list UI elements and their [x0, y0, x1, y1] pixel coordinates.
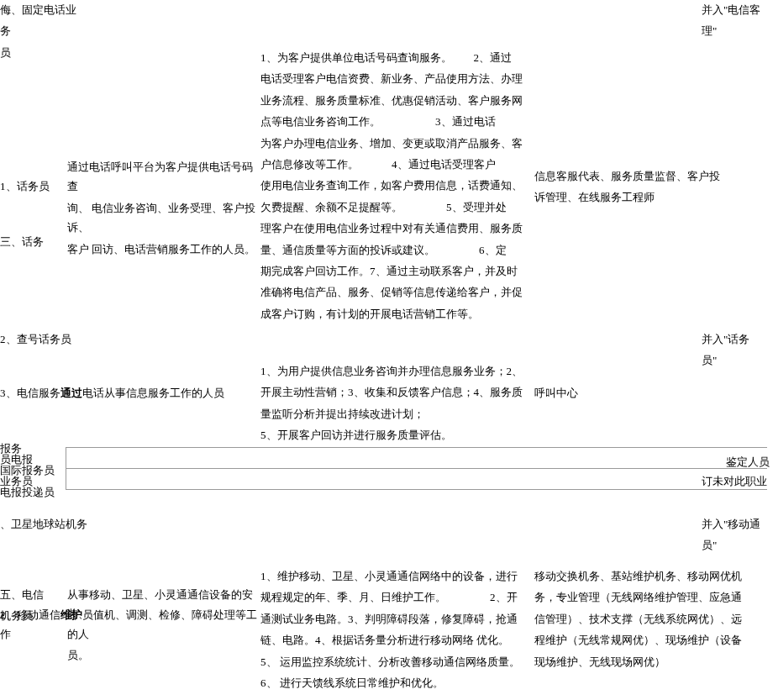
row3-left-line: 3、电信服务通过电话从事信息服务工作的人员 — [0, 383, 260, 403]
row6-right-2: 务，专业管理（无线网络维护管理、应急通 — [534, 587, 757, 607]
hr-line-3 — [66, 489, 767, 490]
row6-sub-3: 的人 — [67, 624, 118, 644]
row1-right-1: 信息客服代表、服务质量监督、客户投 — [534, 166, 723, 186]
row1-duties-7: 使用电信业务查询工作，如客户费用信息，话费通知、 — [260, 176, 529, 195]
row1-duties-11: 期完成客户回访工作。7、通过主动联系客户，并及时 — [260, 261, 529, 281]
row2-left: 2、查号话务员 — [0, 329, 101, 349]
row0-right1: 并入"电信客 — [702, 0, 773, 19]
row1-desc-3: 客户 回访、电话营销服务工作的人员。 — [67, 239, 256, 259]
row6-duties-1: 1、维护移动、卫星、小灵通通信网络中的设备，进行 — [260, 566, 529, 586]
row6-duties-4: 链、电路。4、根据话务量分析进行移动网络 优化。 — [260, 630, 529, 650]
row3-duties-1: 1、为用户提供信息业务咨询并办理信息服务业务；2、 — [260, 361, 529, 381]
row2-right-1: 并入"话务 — [702, 329, 773, 349]
row1-duties-4: 点等电信业务咨询工作。 3、通过电话 — [260, 112, 529, 131]
row6-duties-6: 6、 进行天馈线系统日常维护和优化。 — [260, 673, 529, 692]
row6-duties-2: 规程规定的年、季、月、日维护工作。 2、开 — [260, 587, 529, 607]
row1-right-2: 诉管理、在线服务工程师 — [534, 187, 723, 207]
row6-right-3: 信管理）、技术支撑（无线系统网优）、远 — [534, 609, 757, 629]
row3-duties-4: 5、开展客户回访并进行服务质量评估。 — [260, 425, 529, 445]
row3-duties-3: 量监听分析并提出持续改进计划； — [260, 404, 529, 424]
row5-right-2: 员" — [702, 535, 773, 555]
row1-duties-6: 户信息修改等工作。 4、通过电话受理客户 — [260, 155, 529, 174]
row6-header-1: 五、电信 — [0, 585, 59, 604]
row1-duties-10: 量、通信质量等方面的投诉或建议。 6、定 — [260, 240, 529, 260]
row1-duties-13: 成客户订购，有计划的开展电话营销工作等。 — [260, 304, 529, 324]
row6-sub-2-line: 2、移动通信维护员值机、调测、检修、障碍处理等工作 — [0, 605, 260, 645]
row1-header-1: 1、话务员 — [0, 176, 59, 196]
row3-duties-2: 开展主动性营销；3、收集和反馈客户信息；4、服务质 — [260, 382, 529, 402]
row1-duties-1: 1、为客户提供单位电话号码查询服务。 2、通过 — [260, 48, 529, 67]
row4-r2: 订未对此职业 — [702, 473, 773, 491]
row1-duties-3: 业务流程、服务质量标准、优惠促销活动、客户服务网 — [260, 91, 529, 110]
row4-l4: 电报投递员 — [0, 486, 55, 497]
row3-right: 呼叫中心 — [534, 383, 618, 403]
row5-left: 、卫星地球站机务 — [0, 514, 126, 534]
row1-duties-5: 为客户办理电信业务、增加、变更或取消产品服务、客 — [260, 134, 529, 153]
row1-desc-1: 通过电话呼叫平台为客户提供电话号码查 — [67, 157, 256, 197]
row0-left3: 员 — [0, 43, 101, 62]
row0-left1: 侮、固定电话业 — [0, 0, 101, 19]
row1-duties-9: 理客户在使用电信业务过程中对有关通信费用、服务质 — [260, 218, 529, 238]
row1-desc-2: 询、 电信业务咨询、业务受理、客户投诉、 — [67, 198, 256, 238]
row1-duties-8: 欠费提醒、余额不足提醒等。 5、受理并处 — [260, 197, 529, 217]
row1-duties-12: 准确将电信产品、服务、促销等信息传递给客户，并促 — [260, 282, 529, 302]
row1-duties-2: 电话受理客户电信资费、新业务、产品使用方法、办理 — [260, 69, 529, 88]
row0-right2: 理" — [702, 21, 773, 40]
row6-right-1: 移动交换机务、基站维护机务、移动网优机 — [534, 566, 757, 586]
row5-right-1: 并入"移动通 — [702, 514, 773, 534]
row6-sub-4: 员。 — [67, 645, 118, 665]
row6-duties-5: 5、 运用监控系统统计、分析改善移动通信网络质量。 — [260, 652, 529, 671]
hr-line-2 — [66, 468, 767, 469]
row0-left2: 务 — [0, 21, 101, 40]
row2-right-2: 员" — [702, 350, 773, 370]
row6-right-5: 现场维护、无线现场网优） — [534, 652, 757, 671]
hr-line-1 — [66, 447, 767, 448]
row6-duties-3: 通测试业务电路。3、判明障碍段落，修复障碍，抢通 — [260, 609, 529, 629]
row1-header-2: 三、话务 — [0, 232, 59, 251]
row6-right-4: 程维护（无线常规网优）、现场维护（设备 — [534, 630, 757, 650]
row4-r1: 鉴定人员 — [702, 454, 773, 471]
